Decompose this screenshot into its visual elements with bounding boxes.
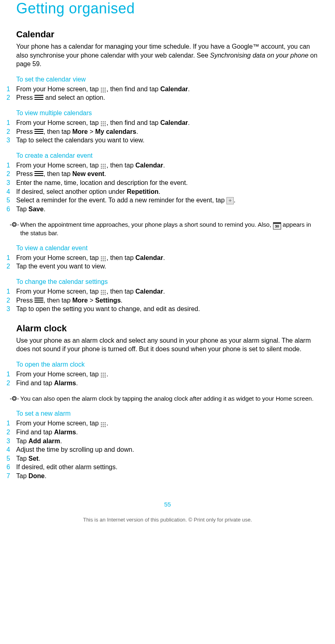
- svg-rect-27: [101, 256, 102, 258]
- apps-grid-icon: [100, 87, 107, 93]
- menu-icon: [34, 171, 43, 176]
- page-title: Getting organised: [16, 0, 319, 17]
- svg-rect-61: [103, 426, 104, 427]
- svg-rect-5: [105, 90, 106, 91]
- svg-rect-54: [101, 422, 102, 423]
- svg-rect-42: [101, 294, 102, 295]
- svg-rect-25: [103, 167, 104, 169]
- svg-rect-53: [105, 377, 106, 378]
- svg-rect-3: [101, 90, 102, 91]
- svg-rect-16: [103, 125, 104, 127]
- multiple-steps: 1From your Home screen, tap , then find …: [6, 118, 319, 145]
- footer-note: This is an Internet version of this publ…: [16, 517, 319, 523]
- svg-rect-10: [103, 121, 104, 122]
- svg-rect-15: [101, 125, 102, 127]
- svg-rect-28: [103, 256, 104, 258]
- svg-rect-8: [105, 91, 106, 92]
- change-heading: To change the calendar settings: [16, 278, 319, 286]
- svg-rect-46: [103, 373, 104, 374]
- calendar-heading: Calendar: [16, 29, 319, 40]
- svg-rect-38: [105, 290, 106, 291]
- create-tip: -❂- When the appointment time approaches…: [10, 221, 319, 237]
- page-number: 55: [16, 501, 319, 508]
- calendar-intro: Your phone has a calendar for managing y…: [16, 42, 319, 69]
- svg-rect-43: [103, 294, 104, 295]
- svg-rect-56: [105, 422, 106, 423]
- alarm-intro: Use your phone as an alarm clock and sel…: [16, 336, 319, 354]
- set-view-steps: 1From your Home screen, tap , then find …: [6, 85, 319, 102]
- create-steps: 1From your Home screen, tap , then tap C…: [6, 161, 319, 214]
- open-alarm-steps: 1From your Home screen, tap . 2Find and …: [6, 370, 319, 387]
- svg-rect-14: [105, 123, 106, 125]
- svg-rect-20: [105, 164, 106, 165]
- svg-rect-30: [101, 258, 102, 260]
- svg-rect-32: [105, 258, 106, 260]
- svg-rect-48: [101, 375, 102, 376]
- tip-bulb-icon: -❂-: [10, 395, 20, 403]
- tip-bulb-icon: -❂-: [10, 221, 20, 229]
- svg-rect-0: [101, 88, 102, 89]
- svg-rect-40: [103, 292, 104, 293]
- svg-rect-4: [103, 90, 104, 91]
- svg-rect-62: [105, 426, 106, 427]
- svg-rect-39: [101, 292, 102, 293]
- set-alarm-steps: 1From your Home screen, tap . 2Find and …: [6, 419, 319, 480]
- svg-rect-52: [103, 377, 104, 378]
- svg-rect-13: [103, 123, 104, 125]
- plus-icon: +: [226, 197, 234, 204]
- svg-rect-21: [101, 166, 102, 167]
- svg-rect-35: [105, 260, 106, 261]
- svg-rect-12: [101, 123, 102, 125]
- svg-rect-33: [101, 260, 102, 261]
- svg-rect-58: [103, 424, 104, 425]
- svg-rect-22: [103, 166, 104, 167]
- svg-rect-6: [101, 91, 102, 92]
- apps-grid-icon: [100, 121, 107, 127]
- svg-rect-51: [101, 377, 102, 378]
- svg-rect-2: [105, 88, 106, 89]
- open-alarm-tip: -❂- You can also open the alarm clock by…: [10, 395, 319, 403]
- alarm-heading: Alarm clock: [16, 323, 319, 334]
- svg-rect-24: [101, 167, 102, 169]
- svg-rect-60: [101, 426, 102, 427]
- svg-rect-11: [105, 121, 106, 122]
- apps-grid-icon: [100, 256, 107, 262]
- view-event-heading: To view a calendar event: [16, 245, 319, 252]
- apps-grid-icon: [100, 372, 107, 378]
- view-event-steps: 1From your Home screen, tap , then tap C…: [6, 253, 319, 271]
- svg-rect-36: [101, 290, 102, 291]
- svg-rect-55: [103, 422, 104, 423]
- svg-rect-41: [105, 292, 106, 293]
- open-alarm-heading: To open the alarm clock: [16, 361, 319, 368]
- menu-icon: [34, 95, 43, 100]
- svg-rect-19: [103, 164, 104, 165]
- svg-rect-50: [105, 375, 106, 376]
- multiple-heading: To view multiple calendars: [16, 109, 319, 117]
- menu-icon: [34, 298, 43, 303]
- svg-rect-49: [103, 375, 104, 376]
- svg-rect-7: [103, 91, 104, 92]
- svg-rect-29: [105, 256, 106, 258]
- apps-grid-icon: [100, 422, 107, 428]
- sync-link: Synchronising data on your phone: [210, 52, 309, 59]
- svg-rect-31: [103, 258, 104, 260]
- svg-rect-9: [101, 121, 102, 122]
- set-view-heading: To set the calendar view: [16, 76, 319, 83]
- change-steps: 1From your Home screen, tap , then tap C…: [6, 287, 319, 313]
- svg-rect-47: [105, 373, 106, 374]
- svg-rect-45: [101, 373, 102, 374]
- svg-rect-1: [103, 88, 104, 89]
- svg-rect-44: [105, 294, 106, 295]
- apps-grid-icon: [100, 290, 107, 296]
- svg-rect-26: [105, 167, 106, 169]
- menu-icon: [34, 129, 43, 134]
- svg-rect-23: [105, 166, 106, 167]
- create-heading: To create a calendar event: [16, 152, 319, 159]
- apps-grid-icon: [100, 163, 107, 170]
- calendar-30-icon: 30: [273, 222, 281, 230]
- svg-rect-59: [105, 424, 106, 425]
- svg-rect-17: [105, 125, 106, 127]
- svg-rect-57: [101, 424, 102, 425]
- svg-rect-18: [101, 164, 102, 165]
- svg-rect-34: [103, 260, 104, 261]
